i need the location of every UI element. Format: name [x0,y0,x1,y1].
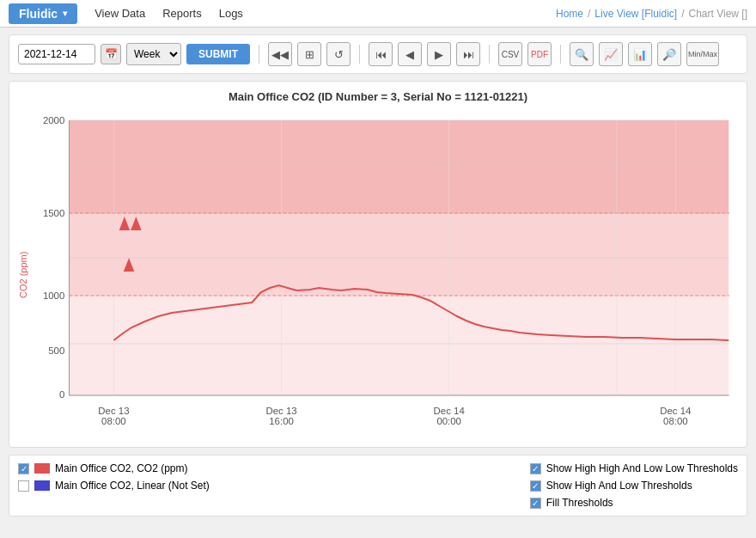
legend-item-highlow: Show High And Low Thresholds [530,480,738,492]
line-chart-button[interactable]: 📈 [599,42,623,66]
submit-button[interactable]: SUBMIT [186,44,250,64]
legend-checkbox-highlow[interactable] [530,480,541,492]
legend-area: Main Office CO2, CO2 (ppm) Main Office C… [9,455,747,517]
legend-checkbox-highhigh[interactable] [530,463,541,474]
separator-4 [560,45,561,64]
separator-1 [259,45,259,64]
chart-plot-area: 2000 1500 1000 500 0 Dec 13 08:00 Dec 13… [34,112,738,438]
play-button[interactable]: ▶ [427,42,451,66]
period-select[interactable]: Day Week Month Year [126,43,181,65]
svg-text:00:00: 00:00 [436,416,461,426]
breadcrumb-sep-1: / [588,8,590,20]
legend-label-linear: Main Office CO2, Linear (Not Set) [55,480,210,492]
svg-text:Dec 14: Dec 14 [660,406,691,416]
legend-label-co2: Main Office CO2, CO2 (ppm) [55,462,188,474]
breadcrumb-chart-view: Chart View [] [689,8,747,20]
legend-item-co2: Main Office CO2, CO2 (ppm) [18,462,210,474]
breadcrumb-live-view[interactable]: Live View [Fluidic] [594,8,677,20]
layers-button[interactable]: ⊞ [297,42,321,66]
separator-2 [359,45,360,64]
chart-wrapper: CO2 (ppm) [18,112,738,438]
nav-links: View Data Reports Logs [94,7,556,20]
breadcrumb-home[interactable]: Home [556,8,583,20]
nav-logs[interactable]: Logs [219,7,243,20]
svg-text:1500: 1500 [43,208,64,218]
legend-label-fill: Fill Thresholds [546,497,613,509]
brand-logo[interactable]: Fluidic ▾ [9,3,77,24]
svg-text:500: 500 [48,345,64,356]
zoom-in-button[interactable]: 🔍 [570,42,594,66]
legend-item-highhigh: Show High High And Low Low Thresholds [530,462,738,474]
svg-text:08:00: 08:00 [663,416,688,426]
legend-checkbox-fill[interactable] [530,498,541,509]
legend-checkbox-linear[interactable] [18,480,29,492]
nav-reports[interactable]: Reports [162,7,202,20]
legend-color-linear [34,480,50,491]
minmax-button[interactable]: Min/Max [686,42,719,66]
separator-3 [489,45,490,64]
svg-text:08:00: 08:00 [101,416,126,426]
legend-label-highlow: Show High And Low Thresholds [546,480,692,492]
breadcrumb: Home / Live View [Fluidic] / Chart View … [556,8,747,20]
bar-chart-button[interactable]: 📊 [628,42,652,66]
prev-button[interactable]: ◀ [398,42,422,66]
chart-title: Main Office CO2 (ID Number = 3, Serial N… [18,90,738,103]
legend-checkbox-co2[interactable] [18,463,29,474]
svg-text:2000: 2000 [43,115,64,125]
svg-rect-3 [70,296,729,395]
export-csv-button[interactable]: CSV [498,42,522,66]
last-button[interactable]: ⏭ [456,42,480,66]
svg-text:1000: 1000 [43,290,64,301]
legend-color-co2 [34,463,50,474]
svg-text:Dec 14: Dec 14 [434,406,465,416]
nav-view-data[interactable]: View Data [94,7,145,20]
svg-text:0: 0 [59,389,64,400]
svg-rect-2 [70,213,729,296]
svg-rect-1 [70,120,729,213]
top-navigation: Fluidic ▾ View Data Reports Logs Home / … [0,0,756,28]
export-pdf-button[interactable]: PDF [527,42,552,66]
brand-name: Fluidic [19,7,58,21]
breadcrumb-sep-2: / [681,8,684,20]
svg-text:16:00: 16:00 [269,416,294,426]
toolbar: 📅 Day Week Month Year SUBMIT ◀◀ ⊞ ↺ ⏮ ◀ … [9,34,747,74]
brand-chevron-icon: ▾ [63,9,67,18]
legend-right: Show High High And Low Low Thresholds Sh… [530,462,738,509]
svg-text:Dec 13: Dec 13 [265,406,296,416]
calendar-icon[interactable]: 📅 [101,44,121,64]
legend-label-highhigh: Show High High And Low Low Thresholds [546,462,738,474]
legend-left: Main Office CO2, CO2 (ppm) Main Office C… [18,462,210,492]
svg-text:Dec 13: Dec 13 [98,406,129,416]
refresh-button[interactable]: ↺ [326,42,351,66]
legend-item-linear: Main Office CO2, Linear (Not Set) [18,480,210,492]
back-arrow-button[interactable]: ◀◀ [268,42,292,66]
legend-item-fill: Fill Thresholds [530,497,738,509]
chart-container: Main Office CO2 (ID Number = 3, Serial N… [9,81,747,448]
first-button[interactable]: ⏮ [369,42,393,66]
y-axis-label: CO2 (ppm) [18,112,34,438]
chart-svg: 2000 1500 1000 500 0 Dec 13 08:00 Dec 13… [34,112,738,438]
zoom-out-button[interactable]: 🔎 [657,42,681,66]
date-input[interactable] [18,44,95,64]
